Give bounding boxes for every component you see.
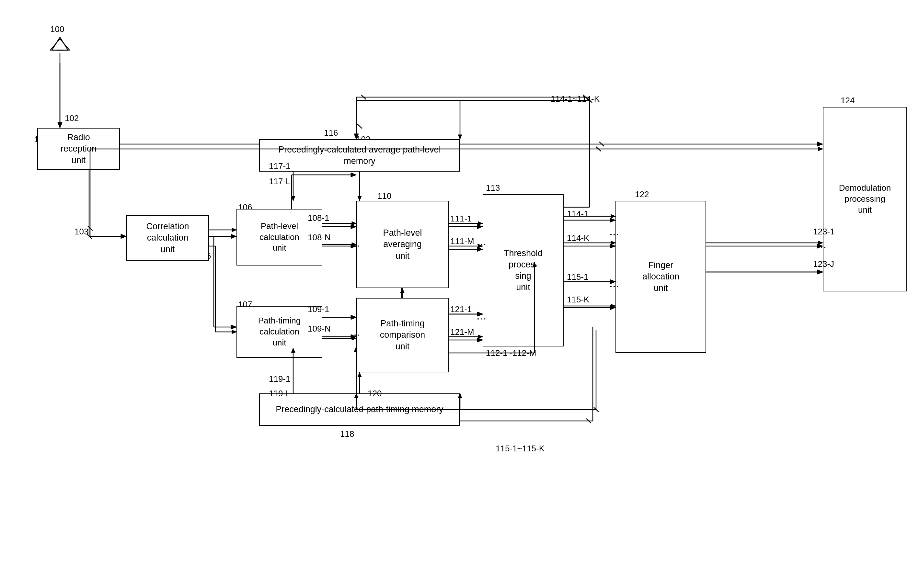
- label-119-1: 119-1: [269, 374, 291, 384]
- threshold-processing-unit: Thresholdproces-singunit: [483, 194, 564, 346]
- dots-109: ⋮: [350, 330, 361, 340]
- label-111-M: 111-M: [450, 236, 474, 246]
- label-117-L: 117-L: [269, 176, 291, 186]
- svg-marker-15: [231, 325, 236, 329]
- label-115-K: 115-K: [567, 295, 589, 305]
- correlation-calculation-unit: Correlationcalculationunit: [126, 215, 209, 261]
- label-109-N: 109-N: [308, 324, 331, 334]
- svg-marker-27: [351, 173, 356, 177]
- label-113: 113: [486, 183, 500, 193]
- dots-115: ⋮: [609, 282, 620, 291]
- demodulation-processing-unit: Demodulationprocessingunit: [823, 107, 907, 291]
- label-123-1: 123-1: [813, 227, 835, 237]
- label-123-J: 123-J: [813, 259, 834, 269]
- label-115-1: 115-1: [567, 272, 589, 282]
- path-level-averaging-unit: Path-levelaveragingunit: [356, 201, 449, 288]
- label-110: 110: [377, 191, 391, 201]
- dots-108: ⋮: [350, 241, 361, 251]
- svg-marker-29: [477, 225, 483, 229]
- label-120: 120: [368, 389, 382, 399]
- label-117-1: 117-1: [269, 161, 291, 171]
- label-114-range: 114-1~114-K: [551, 94, 600, 104]
- label-122: 122: [635, 189, 649, 199]
- svg-line-69: [52, 37, 60, 50]
- label-112: 112-1~112-M: [486, 348, 536, 358]
- svg-marker-8: [817, 142, 823, 146]
- svg-marker-35: [477, 338, 483, 342]
- label-118: 118: [340, 429, 354, 439]
- svg-marker-22: [351, 315, 356, 320]
- antenna-symbol: [50, 36, 70, 52]
- svg-marker-63: [817, 270, 823, 274]
- path-timing-comparison-unit: Path-timingcomparisonunit: [356, 298, 449, 372]
- radio-reception-unit: Radioreceptionunit: [37, 128, 120, 170]
- label-103-left: 103: [74, 227, 89, 237]
- dots-111: ⋮: [476, 240, 487, 249]
- label-108-1: 108-1: [308, 213, 329, 223]
- label-100: 100: [50, 24, 64, 34]
- svg-marker-16: [231, 234, 236, 239]
- label-116: 116: [324, 128, 338, 138]
- svg-marker-6: [58, 123, 62, 128]
- label-114-1: 114-1: [567, 209, 589, 219]
- svg-marker-42: [610, 218, 615, 223]
- svg-marker-48: [610, 305, 615, 310]
- label-108-N: 108-N: [308, 233, 331, 242]
- label-111-1: 111-1: [450, 214, 472, 224]
- label-114-K: 114-K: [567, 233, 589, 243]
- label-121-M: 121-M: [450, 327, 474, 337]
- label-109-1: 109-1: [308, 304, 329, 314]
- dots-123: ⋮: [816, 243, 828, 252]
- label-119-L: 119-L: [269, 389, 291, 399]
- label-121-1: 121-1: [450, 304, 472, 314]
- dots-121: ⋮: [476, 314, 487, 324]
- connection-lines: [0, 0, 919, 588]
- label-124: 124: [841, 95, 854, 105]
- svg-marker-44: [610, 244, 615, 248]
- svg-line-70: [60, 37, 68, 50]
- label-115-range: 115-1~115-K: [496, 444, 545, 454]
- dots-114: ⋮: [609, 230, 620, 240]
- svg-marker-11: [121, 234, 126, 239]
- svg-marker-18: [351, 225, 356, 229]
- finger-allocation-unit: Fingerallocationunit: [615, 201, 706, 353]
- label-102: 102: [65, 113, 79, 123]
- diagram: 100 101 102 Radioreceptionunit 103 103 1…: [0, 0, 919, 588]
